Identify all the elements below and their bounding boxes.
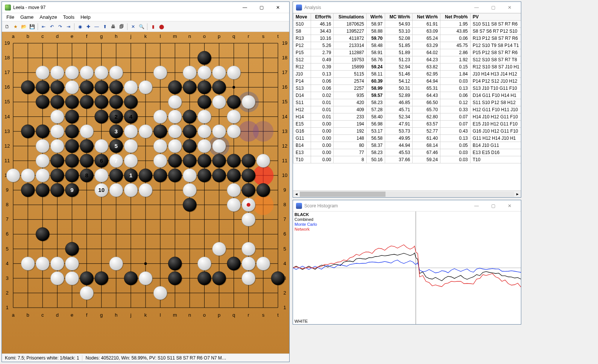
svg-point-169 <box>80 139 94 153</box>
menu-file[interactable]: File <box>3 14 17 21</box>
svg-point-399 <box>80 286 94 300</box>
score-icon[interactable]: ⬆ <box>101 23 109 30</box>
save-icon[interactable]: 💾 <box>28 23 36 30</box>
analysis-row[interactable]: G110.0014856.5849.9561.400.13G11 H12 H14… <box>293 135 521 142</box>
redo-icon[interactable]: ↷ <box>56 23 64 30</box>
print-icon[interactable]: 🖶 <box>109 23 117 30</box>
analysis-row[interactable]: R1310.1641187259.7052.0865.240.06R13 P12… <box>293 35 521 42</box>
svg-text:g: g <box>100 33 103 39</box>
analysis-titlebar[interactable]: Analysis — ▢ ✕ <box>293 2 521 13</box>
svg-point-271 <box>197 272 211 285</box>
analysis-row[interactable]: H140.0123358.4052.3462.800.07H14 J10 H12… <box>293 113 521 121</box>
scroll-thumb[interactable] <box>300 192 386 197</box>
svg-point-317 <box>95 169 108 182</box>
stop-icon[interactable]: ▮ <box>149 23 157 30</box>
svg-point-223 <box>212 80 226 94</box>
svg-point-436 <box>247 203 250 207</box>
svg-text:18: 18 <box>5 55 10 60</box>
histogram-maximize[interactable]: ▢ <box>485 201 501 211</box>
svg-point-311 <box>50 110 64 124</box>
svg-text:9: 9 <box>70 187 73 193</box>
analysis-maximize[interactable]: ▢ <box>485 2 501 13</box>
svg-point-247 <box>242 183 255 197</box>
copy-icon[interactable]: 🗐 <box>118 23 125 30</box>
analysis-row[interactable]: S120.491975358.7651.2364.231.92S12 S10 S… <box>293 56 521 63</box>
analysis-row[interactable]: J100.13511558.1151.4662.951.84J10 H14 H1… <box>293 71 521 78</box>
menu-game[interactable]: Game <box>17 14 36 21</box>
svg-point-281 <box>36 66 49 79</box>
network-icon[interactable]: ⬤ <box>158 23 165 30</box>
status-left: Komi: 7.5; Prisoners white: 1/black: 1 <box>2 355 82 361</box>
svg-text:19: 19 <box>282 40 287 46</box>
scroll-right-icon[interactable]: ► <box>514 192 521 196</box>
analysis-icon <box>296 5 302 11</box>
scroll-left-icon[interactable]: ◄ <box>293 192 300 196</box>
new-icon[interactable]: 🗋 <box>3 23 11 30</box>
close-button[interactable]: ✕ <box>270 2 286 13</box>
analysis-row[interactable]: E130.007758.2345.5367.460.03E13 E15 D16 <box>293 149 521 156</box>
analysis-row[interactable]: P125.2621331458.4851.8563.2945.75P12 S10… <box>293 42 521 49</box>
svg-text:4: 4 <box>283 261 286 266</box>
histogram-minimize[interactable]: — <box>468 201 485 211</box>
force-icon[interactable]: ◉ <box>76 23 84 30</box>
resign-icon[interactable]: — <box>93 23 100 30</box>
svg-point-393 <box>21 257 35 270</box>
svg-point-255 <box>183 198 196 211</box>
first-icon[interactable]: ⇤ <box>40 23 47 30</box>
svg-text:3: 3 <box>6 275 8 281</box>
toolbar: 🗋 ★ 📂 💾 ⇤ ↶ ↷ ⇥ ◉ ✚ — ⬆ 🖶 🗐 ✕ 🔍 ▮ ⬤ <box>2 21 289 32</box>
analysis-row[interactable]: P152.7911288758.9151.8964.022.86P15 P12 … <box>293 49 521 56</box>
svg-point-395 <box>50 257 64 270</box>
open-icon[interactable]: 📂 <box>20 23 27 30</box>
analysis-row[interactable]: S834.43139522758.8853.1063.0943.85S8 S7 … <box>293 28 521 35</box>
svg-point-139 <box>65 95 79 109</box>
analysis-row[interactable]: S130.06225758.9950.3165.310.13S13 J10 T1… <box>293 85 521 92</box>
main-titlebar[interactable]: Leela - move 97 — ▢ ✕ <box>2 2 289 13</box>
svg-point-145 <box>109 95 123 109</box>
analysis-row[interactable]: G160.0019253.1753.7352.770.43G16 J10 H12… <box>293 128 521 135</box>
toggle-analysis-icon[interactable]: ✕ <box>129 23 137 30</box>
svg-point-371 <box>227 198 241 211</box>
svg-text:7: 7 <box>283 216 286 222</box>
svg-point-249 <box>257 183 270 197</box>
svg-point-355 <box>197 139 211 153</box>
rated-icon[interactable]: ★ <box>12 23 19 30</box>
analysis-horizontal-scrollbar[interactable]: ◄ ► <box>293 190 521 197</box>
go-board[interactable]: aa1919bb1818cc1717dd1616ee1515ff1414gg13… <box>2 32 289 353</box>
svg-point-299 <box>21 169 35 182</box>
analysis-row[interactable]: E150.0019456.9847.9163.570.07E15 J10 H12… <box>293 121 521 128</box>
histogram-close[interactable]: ✕ <box>501 201 518 211</box>
svg-text:4: 4 <box>129 113 133 120</box>
pass-icon[interactable]: ✚ <box>85 23 92 30</box>
menu-help[interactable]: Help <box>77 14 94 21</box>
svg-point-291 <box>109 66 123 79</box>
analysis-row[interactable]: S1046.16187062558.9754.9361.911.95S10 S1… <box>293 21 521 28</box>
undo-icon[interactable]: ↶ <box>48 23 56 30</box>
histogram-canvas[interactable]: BLACK Combined Monte Carlo Network WHITE <box>293 211 521 324</box>
svg-text:m: m <box>173 33 177 39</box>
svg-point-287 <box>80 66 94 79</box>
analysis-row[interactable]: D140.0293559.5752.8964.430.06D14 G11 F10… <box>293 92 521 99</box>
menu-analyze[interactable]: Analyze <box>36 14 60 21</box>
svg-text:5: 5 <box>283 246 286 252</box>
minimize-button[interactable]: — <box>237 2 253 13</box>
analysis-table[interactable]: MoveEffort%SimulationsWin%MC Win%Net Win… <box>293 13 521 190</box>
histogram-titlebar[interactable]: Score Histogram — ▢ ✕ <box>293 200 521 211</box>
analysis-row[interactable]: H120.0140957.2845.7165.700.33H12 G11 F10… <box>293 106 521 113</box>
svg-text:12: 12 <box>282 143 287 149</box>
maximize-button[interactable]: ▢ <box>253 2 270 13</box>
analysis-row[interactable]: T100.00850.1637.6659.240.03T10 <box>293 156 521 163</box>
last-icon[interactable]: ⇥ <box>65 23 72 30</box>
menu-tools[interactable]: Tools <box>60 14 77 21</box>
analysis-close[interactable]: ✕ <box>501 2 518 13</box>
analysis-row[interactable]: P140.06257460.3954.1264.940.03P14 P12 S1… <box>293 78 521 85</box>
analysis-row[interactable]: R120.391589959.2452.9463.820.15R12 S10 S… <box>293 63 521 71</box>
analysis-row[interactable]: B140.008058.3744.9468.140.05B14 J10 G11 <box>293 142 521 149</box>
analysis-minimize[interactable]: — <box>468 2 485 13</box>
analysis-row[interactable]: S110.0142058.2346.8566.500.12S11 S10 P12… <box>293 99 521 106</box>
svg-point-341 <box>168 95 182 109</box>
svg-text:b: b <box>26 33 29 39</box>
zoom-icon[interactable]: 🔍 <box>138 23 145 30</box>
svg-point-421 <box>257 257 270 270</box>
svg-point-171 <box>65 139 79 153</box>
